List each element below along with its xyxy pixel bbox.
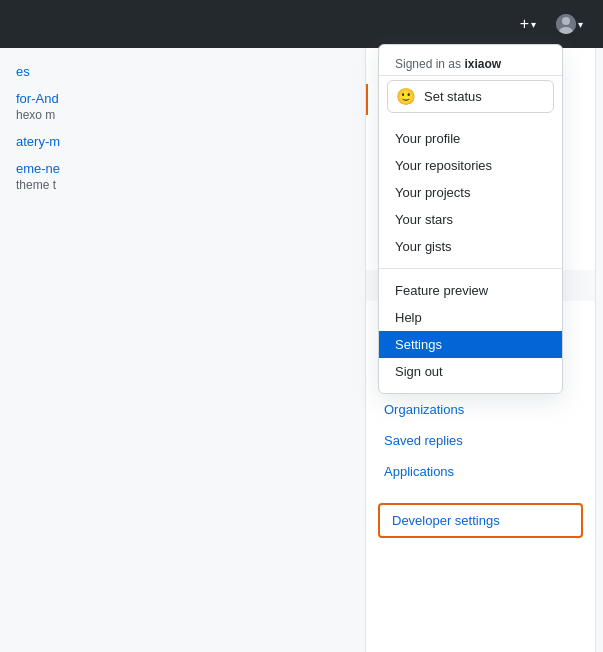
sidebar-item-developer-settings[interactable]: Developer settings	[380, 505, 581, 536]
dropdown-header: Signed in as ixiaow	[379, 49, 562, 76]
dropdown-item-settings[interactable]: Settings	[379, 331, 562, 358]
smiley-icon: 🙂	[396, 87, 416, 106]
developer-settings-wrapper: Developer settings	[366, 487, 595, 554]
dropdown-item-your-projects[interactable]: Your projects	[379, 179, 562, 206]
snippet-title-1: es	[16, 64, 349, 79]
signed-in-text: Signed in as	[395, 57, 461, 71]
navbar: + ▾ ▾	[0, 0, 603, 48]
avatar-icon	[556, 14, 576, 34]
snippet-title-2: for-And	[16, 91, 349, 106]
dropdown-item-sign-out[interactable]: Sign out	[379, 358, 562, 385]
right-edge	[595, 48, 603, 652]
user-dropdown-menu: Signed in as ixiaow 🙂 Set status Your pr…	[378, 44, 563, 394]
snippet-text-2: hexo m	[16, 108, 349, 122]
set-status-label: Set status	[424, 89, 482, 104]
snippet-1: es	[16, 64, 349, 79]
dropdown-item-your-repositories[interactable]: Your repositories	[379, 152, 562, 179]
dropdown-section-1: Your profile Your repositories Your proj…	[379, 121, 562, 264]
sidebar-item-applications[interactable]: Applications	[366, 456, 595, 487]
snippet-4: eme-ne theme t	[16, 161, 349, 192]
sidebar-item-organizations[interactable]: Organizations	[366, 394, 595, 425]
plus-caret-icon: ▾	[531, 19, 536, 30]
dropdown-item-help[interactable]: Help	[379, 304, 562, 331]
sidebar-item-saved-replies[interactable]: Saved replies	[366, 425, 595, 456]
dropdown-username: ixiaow	[464, 57, 501, 71]
dropdown-item-your-gists[interactable]: Your gists	[379, 233, 562, 260]
plus-icon: +	[520, 15, 529, 33]
avatar-caret-icon: ▾	[578, 19, 583, 30]
dropdown-item-your-profile[interactable]: Your profile	[379, 125, 562, 152]
snippet-text-4: theme t	[16, 178, 349, 192]
dropdown-divider	[379, 268, 562, 269]
developer-settings-box: Developer settings	[378, 503, 583, 538]
snippet-title-3: atery-m	[16, 134, 349, 149]
snippet-2: for-And hexo m	[16, 91, 349, 122]
set-status-button[interactable]: 🙂 Set status	[387, 80, 554, 113]
avatar	[556, 14, 576, 34]
dropdown-item-your-stars[interactable]: Your stars	[379, 206, 562, 233]
dropdown-section-2: Feature preview Help Settings Sign out	[379, 273, 562, 389]
snippet-3: atery-m	[16, 134, 349, 149]
navbar-actions: + ▾ ▾	[512, 10, 587, 38]
page-background: es for-And hexo m atery-m eme-ne theme t	[0, 48, 365, 652]
snippet-title-4: eme-ne	[16, 161, 349, 176]
user-menu-button[interactable]: ▾	[552, 10, 587, 38]
new-item-button[interactable]: + ▾	[512, 11, 544, 37]
svg-point-1	[562, 17, 570, 25]
dropdown-item-feature-preview[interactable]: Feature preview	[379, 277, 562, 304]
